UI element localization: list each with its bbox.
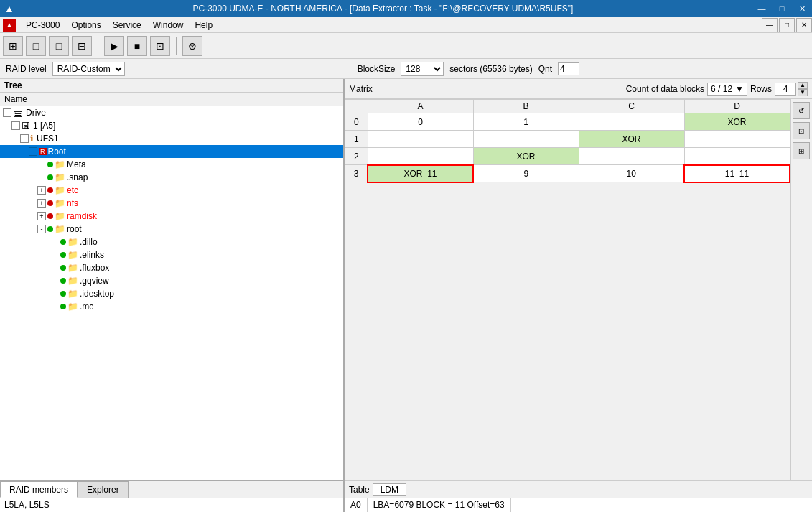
matrix-col-header-c: C [579, 100, 684, 113]
matrix-cell-2b[interactable]: XOR [473, 148, 579, 165]
mc-icon: 📁 [67, 302, 78, 312]
toolbar-separator-1 [98, 37, 98, 55]
tree-name-header: Name [0, 93, 343, 106]
matrix-cell-1a[interactable] [368, 131, 473, 148]
matrix-cell-3b[interactable]: 9 [473, 165, 579, 182]
toolbar-stop-button[interactable]: ■ [127, 36, 147, 56]
menu-pc3000[interactable]: PC-3000 [20, 19, 65, 32]
tree-item-snap[interactable]: 📁 .snap [0, 171, 343, 184]
tree-item-idesktop[interactable]: 📁 .idesktop [0, 287, 343, 300]
expand-ramdisk[interactable]: + [37, 212, 46, 220]
expand-disk1[interactable]: - [11, 121, 20, 130]
expand-rootfolder[interactable]: - [37, 225, 46, 233]
toolbar-btn-3[interactable]: ⊟ [72, 36, 92, 56]
status-bar: A0 LBA=6079 BLOCK = 11 Offset=63 [345, 498, 812, 512]
matrix-cell-2c[interactable] [579, 148, 684, 165]
tree-item-drive[interactable]: - 🖴 Drive [0, 106, 343, 119]
matrix-cell-3a[interactable]: XOR 11 [368, 165, 473, 182]
status-right: LBA=6079 BLOCK = 11 Offset=63 [368, 498, 511, 512]
inner-minimize-button[interactable]: — [762, 18, 778, 32]
expand-root[interactable]: - [29, 147, 37, 156]
side-btn-add[interactable]: ⊞ [793, 142, 810, 159]
matrix-col-header-d: D [684, 100, 790, 113]
matrix-cell-1d[interactable] [684, 131, 790, 148]
matrix-with-side: A B C D 0 0 1 XOR [345, 99, 812, 480]
matrix-cell-0b[interactable]: 1 [473, 113, 579, 131]
menu-logo: ▲ [3, 19, 16, 32]
tree-label-ufs1: UFS1 [37, 134, 59, 144]
snap-icon: 📁 [55, 172, 65, 182]
etc-icon: 📁 [55, 185, 65, 195]
tree-item-meta[interactable]: 📁 Meta [0, 158, 343, 171]
inner-maximize-button[interactable]: □ [779, 18, 795, 32]
minimize-button[interactable]: — [752, 0, 772, 17]
tree-item-etc[interactable]: + 📁 etc [0, 184, 343, 197]
rootfolder-icon: 📁 [55, 224, 65, 234]
status-left: A0 [345, 498, 368, 512]
matrix-cell-1b[interactable] [473, 131, 579, 148]
qnt-input[interactable] [558, 62, 579, 75]
tree-body[interactable]: - 🖴 Drive - 🖫 1 [A5] - ℹ UFS1 - [0, 106, 343, 480]
maximize-button[interactable]: □ [772, 0, 792, 17]
table-tab-ldm[interactable]: LDM [373, 483, 406, 496]
expand-nfs[interactable]: + [37, 199, 46, 208]
menu-service[interactable]: Service [107, 19, 147, 32]
toolbar-btn-6[interactable]: ⊡ [150, 36, 170, 56]
left-status: L5LA, L5LS [0, 498, 343, 512]
rows-input[interactable] [775, 83, 796, 96]
close-button[interactable]: ✕ [792, 0, 812, 17]
toolbar-btn-2[interactable]: □ [49, 36, 69, 56]
matrix-header-row: Matrix Count of data blocks 6 / 12 ▼ Row… [345, 79, 812, 99]
matrix-row-2: 2 XOR [345, 148, 790, 165]
tree-item-elinks[interactable]: 📁 .elinks [0, 248, 343, 261]
menu-options[interactable]: Options [65, 19, 106, 32]
rows-spin-up[interactable]: ▲ [798, 82, 808, 89]
expand-etc[interactable]: + [37, 186, 46, 195]
matrix-cell-3d[interactable]: 11 11 [684, 165, 790, 182]
matrix-rownum-2: 2 [345, 148, 368, 165]
raid-type-select[interactable]: RAID-Custom [52, 62, 125, 76]
toolbar-btn-1[interactable]: □ [26, 36, 46, 56]
side-btn-view[interactable]: ⊡ [793, 122, 810, 139]
expand-drive[interactable]: - [3, 108, 11, 117]
tree-item-root[interactable]: - R Root [0, 145, 343, 158]
tab-raid-members[interactable]: RAID members [0, 481, 78, 498]
blocksize-label: BlockSize [358, 64, 396, 74]
dillo-dot [60, 239, 66, 245]
tree-item-mc[interactable]: 📁 .mc [0, 300, 343, 313]
tree-item-dillo[interactable]: 📁 .dillo [0, 236, 343, 248]
tree-item-gqview[interactable]: 📁 .gqview [0, 274, 343, 287]
idesktop-icon: 📁 [67, 289, 78, 299]
tree-item-disk1[interactable]: - 🖫 1 [A5] [0, 119, 343, 132]
tab-explorer[interactable]: Explorer [78, 481, 129, 498]
toolbar-play-button[interactable]: ▶ [104, 36, 124, 56]
tree-item-ufs1[interactable]: - ℹ UFS1 [0, 132, 343, 145]
blocksize-select[interactable]: 128 [401, 62, 444, 76]
tree-item-fluxbox[interactable]: 📁 .fluxbox [0, 261, 343, 274]
gqview-dot [60, 278, 66, 284]
matrix-cell-2a[interactable] [368, 148, 473, 165]
raid-bar: RAID level RAID-Custom BlockSize 128 sec… [0, 59, 812, 79]
toolbar-btn-0[interactable]: ⊞ [3, 36, 23, 56]
disk-icon: 🖫 [22, 121, 30, 131]
expand-ufs1[interactable]: - [20, 134, 29, 143]
sector-info: sectors (65536 bytes) [449, 64, 532, 74]
tree-item-rootfolder[interactable]: - 📁 root [0, 223, 343, 236]
matrix-cell-0d[interactable]: XOR [684, 113, 790, 131]
toolbar-btn-7[interactable]: ⊛ [182, 36, 202, 56]
menu-help[interactable]: Help [189, 19, 218, 32]
menu-window[interactable]: Window [147, 19, 190, 32]
matrix-cell-2d[interactable] [684, 148, 790, 165]
ramdisk-dot [47, 213, 53, 219]
inner-close-button[interactable]: ✕ [796, 18, 812, 32]
tree-item-ramdisk[interactable]: + 📁 ramdisk [0, 210, 343, 223]
tree-label-snap: .snap [67, 172, 88, 182]
matrix-cell-1c[interactable]: XOR [579, 131, 684, 148]
tree-item-nfs[interactable]: + 📁 nfs [0, 197, 343, 210]
matrix-cell-3c[interactable]: 10 [579, 165, 684, 182]
rows-spin-down[interactable]: ▼ [798, 89, 808, 96]
matrix-cell-0c[interactable] [579, 113, 684, 131]
side-btn-refresh[interactable]: ↺ [793, 102, 810, 119]
matrix-cell-0a[interactable]: 0 [368, 113, 473, 131]
tree-label-rootfolder: root [67, 224, 82, 234]
